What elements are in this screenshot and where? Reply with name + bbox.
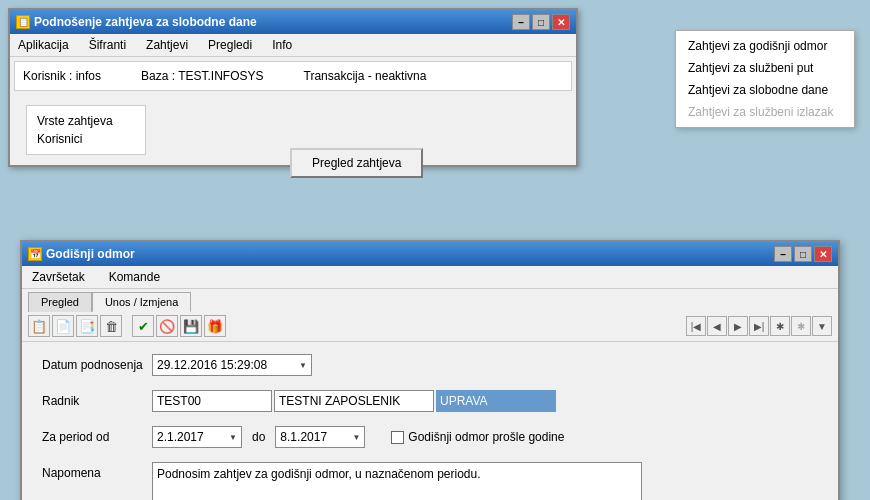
form-area: Datum podnosenja 29.12.2016 15:29:08 ▼ R…	[22, 342, 838, 500]
radnik-label: Radnik	[42, 394, 152, 408]
inner-minimize-button[interactable]: –	[774, 246, 792, 262]
nav-star2-btn: ✱	[791, 316, 811, 336]
datum-row: Datum podnosenja 29.12.2016 15:29:08 ▼	[42, 354, 818, 376]
datum-dropdown[interactable]: 29.12.2016 15:29:08 ▼	[152, 354, 312, 376]
toolbar-delete-btn[interactable]: 🗑	[100, 315, 122, 337]
main-title-bar: 📋 Podnošenje zahtjeva za slobodne dane –…	[10, 10, 576, 34]
toolbar-new-btn[interactable]: 📑	[76, 315, 98, 337]
menu-info[interactable]: Info	[268, 36, 296, 54]
nav-last-btn[interactable]: ▶|	[749, 316, 769, 336]
inner-title-bar: 📅 Godišnji odmor – □ ✕	[22, 242, 838, 266]
inner-menu-bar: Završetak Komande	[22, 266, 838, 289]
period-from-dropdown[interactable]: 2.1.2017 ▼	[152, 426, 242, 448]
inner-menu-komande[interactable]: Komande	[105, 268, 164, 286]
tab-pregled[interactable]: Pregled	[28, 292, 92, 312]
sidebar-panel: Vrste zahtjeva Korisnici	[26, 105, 146, 155]
status-db: Baza : TEST.INFOSYS	[141, 69, 263, 83]
menu-slobodne-dane[interactable]: Zahtjevi za slobodne dane	[676, 79, 854, 101]
toolbar: 📋 📄 📑 🗑 ✔ 🚫 💾 🎁 |◀ ◀ ▶ ▶| ✱ ✱ ▼	[22, 311, 838, 342]
main-menu-bar: Aplikacija Šifranti Zahtjevi Pregledi In…	[10, 34, 576, 57]
period-row: Za period od 2.1.2017 ▼ do 8.1.2017 ▼ Go…	[42, 426, 818, 448]
period-label: Za period od	[42, 430, 152, 444]
tab-unos-izmjena[interactable]: Unos / Izmjena	[92, 292, 191, 312]
toolbar-paste-btn[interactable]: 📄	[52, 315, 74, 337]
nav-buttons: |◀ ◀ ▶ ▶| ✱ ✱ ▼	[686, 316, 832, 336]
close-button[interactable]: ✕	[552, 14, 570, 30]
nav-filter-btn[interactable]: ▼	[812, 316, 832, 336]
inner-window-icon: 📅	[28, 247, 42, 261]
status-user: Korisnik : infos	[23, 69, 101, 83]
toolbar-save-btn[interactable]: 💾	[180, 315, 202, 337]
period-do-label: do	[252, 430, 265, 444]
menu-zahtjevi[interactable]: Zahtjevi	[142, 36, 192, 54]
tabs-row: Pregled Unos / Izmjena	[28, 291, 838, 311]
period-to-arrow: ▼	[352, 433, 360, 442]
menu-aplikacija[interactable]: Aplikacija	[14, 36, 73, 54]
main-window-title: Podnošenje zahtjeva za slobodne dane	[34, 15, 257, 29]
toolbar-confirm-btn[interactable]: ✔	[132, 315, 154, 337]
toolbar-copy-btn[interactable]: 📋	[28, 315, 50, 337]
inner-window-title: Godišnji odmor	[46, 247, 135, 261]
radnik-row: Radnik	[42, 390, 818, 412]
period-from-value: 2.1.2017	[157, 430, 204, 444]
sidebar-item-vrste[interactable]: Vrste zahtjeva	[37, 112, 135, 130]
menu-sluzbeni-put[interactable]: Zahtjevi za službeni put	[676, 57, 854, 79]
napomena-label: Napomena	[42, 466, 152, 480]
toolbar-gift-btn[interactable]: 🎁	[204, 315, 226, 337]
pregled-zahtjeva-button[interactable]: Pregled zahtjeva	[290, 148, 423, 178]
inner-close-button[interactable]: ✕	[814, 246, 832, 262]
period-fields: 2.1.2017 ▼ do 8.1.2017 ▼ Godišnji odmor …	[152, 426, 564, 448]
nav-first-btn[interactable]: |◀	[686, 316, 706, 336]
radnik-field2[interactable]	[274, 390, 434, 412]
menu-sifranti[interactable]: Šifranti	[85, 36, 130, 54]
status-transaction: Transakcija - neaktivna	[304, 69, 427, 83]
period-to-dropdown[interactable]: 8.1.2017 ▼	[275, 426, 365, 448]
nav-prev-btn[interactable]: ◀	[707, 316, 727, 336]
datum-value: 29.12.2016 15:29:08	[157, 358, 267, 372]
inner-window: 📅 Godišnji odmor – □ ✕ Završetak Komande…	[20, 240, 840, 500]
checkbox-label: Godišnji odmor prošle godine	[408, 430, 564, 444]
menu-godisnji-odmor[interactable]: Zahtjevi za godišnji odmor	[676, 35, 854, 57]
sidebar-item-korisnici[interactable]: Korisnici	[37, 130, 135, 148]
inner-maximize-button[interactable]: □	[794, 246, 812, 262]
nav-next-btn[interactable]: ▶	[728, 316, 748, 336]
period-from-arrow: ▼	[229, 433, 237, 442]
checkbox-area: Godišnji odmor prošle godine	[391, 430, 564, 444]
radnik-field3[interactable]	[436, 390, 556, 412]
godisnji-odmor-checkbox[interactable]	[391, 431, 404, 444]
radnik-fields	[152, 390, 556, 412]
toolbar-cancel-btn[interactable]: 🚫	[156, 315, 178, 337]
datum-dropdown-arrow: ▼	[299, 361, 307, 370]
status-bar: Korisnik : infos Baza : TEST.INFOSYS Tra…	[14, 61, 572, 91]
datum-label: Datum podnosenja	[42, 358, 152, 372]
dropdown-menu: Zahtjevi za godišnji odmor Zahtjevi za s…	[675, 30, 855, 128]
maximize-button[interactable]: □	[532, 14, 550, 30]
main-window-icon: 📋	[16, 15, 30, 29]
napomena-textarea[interactable]: Podnosim zahtjev za godišnji odmor, u na…	[152, 462, 642, 500]
menu-sluzbeni-izlazak: Zahtjevi za službeni izlazak	[676, 101, 854, 123]
minimize-button[interactable]: –	[512, 14, 530, 30]
inner-menu-zavrsetak[interactable]: Završetak	[28, 268, 89, 286]
period-to-value: 8.1.2017	[280, 430, 327, 444]
main-window: 📋 Podnošenje zahtjeva za slobodne dane –…	[8, 8, 578, 167]
menu-pregledi[interactable]: Pregledi	[204, 36, 256, 54]
napomena-row: Napomena Podnosim zahtjev za godišnji od…	[42, 462, 818, 500]
radnik-field1[interactable]	[152, 390, 272, 412]
nav-star1-btn[interactable]: ✱	[770, 316, 790, 336]
